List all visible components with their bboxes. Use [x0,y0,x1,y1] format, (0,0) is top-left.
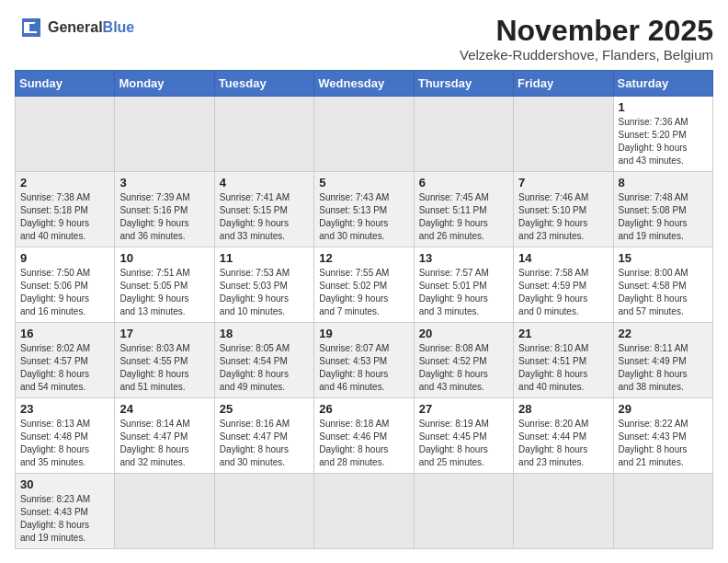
calendar-day-cell: 7Sunrise: 7:46 AM Sunset: 5:10 PM Daylig… [514,172,613,247]
calendar-day-cell: 25Sunrise: 8:16 AM Sunset: 4:47 PM Dayli… [214,398,313,474]
day-info: Sunrise: 7:48 AM Sunset: 5:08 PM Dayligh… [619,191,708,243]
day-number: 6 [419,176,508,190]
calendar-week-row: 1Sunrise: 7:36 AM Sunset: 5:20 PM Daylig… [16,97,713,172]
calendar-day-cell [16,97,115,172]
calendar-day-cell: 30Sunrise: 8:23 AM Sunset: 4:43 PM Dayli… [16,474,115,549]
day-number: 17 [119,327,209,340]
day-number: 19 [319,327,408,340]
logo-text: GeneralBlue [48,18,134,36]
calendar-day-cell [314,474,414,549]
day-info: Sunrise: 7:53 AM Sunset: 5:03 PM Dayligh… [220,267,309,318]
day-info: Sunrise: 8:03 AM Sunset: 4:55 PM Dayligh… [119,342,209,394]
calendar-day-cell: 14Sunrise: 7:58 AM Sunset: 4:59 PM Dayli… [514,247,613,323]
calendar-day-cell: 5Sunrise: 7:43 AM Sunset: 5:13 PM Daylig… [314,172,414,247]
day-number: 14 [518,251,608,265]
day-number: 9 [20,251,109,265]
calendar-week-row: 9Sunrise: 7:50 AM Sunset: 5:06 PM Daylig… [16,247,713,323]
day-number: 23 [20,402,109,416]
calendar-day-cell: 26Sunrise: 8:18 AM Sunset: 4:46 PM Dayli… [314,398,414,474]
logo: GeneralBlue [15,15,134,40]
calendar-day-cell: 11Sunrise: 7:53 AM Sunset: 5:03 PM Dayli… [214,247,313,323]
day-number: 20 [419,327,508,340]
day-info: Sunrise: 7:55 AM Sunset: 5:02 PM Dayligh… [319,267,408,318]
calendar-day-cell [613,474,712,549]
day-number: 13 [419,251,508,265]
calendar-table: SundayMondayTuesdayWednesdayThursdayFrid… [15,70,713,549]
day-number: 4 [220,176,309,190]
day-info: Sunrise: 7:38 AM Sunset: 5:18 PM Dayligh… [20,191,109,243]
day-info: Sunrise: 8:22 AM Sunset: 4:43 PM Dayligh… [619,418,708,469]
day-info: Sunrise: 7:39 AM Sunset: 5:16 PM Dayligh… [119,191,209,243]
weekday-header-tuesday: Tuesday [214,71,313,97]
day-number: 2 [20,176,109,190]
day-number: 21 [518,327,608,340]
calendar-day-cell: 4Sunrise: 7:41 AM Sunset: 5:15 PM Daylig… [214,172,313,247]
calendar-day-cell [314,97,414,172]
day-info: Sunrise: 7:41 AM Sunset: 5:15 PM Dayligh… [220,191,309,243]
calendar-day-cell: 18Sunrise: 8:05 AM Sunset: 4:54 PM Dayli… [214,323,313,398]
day-info: Sunrise: 8:10 AM Sunset: 4:51 PM Dayligh… [518,342,608,394]
day-number: 5 [319,176,408,190]
day-number: 25 [220,402,309,416]
day-number: 29 [619,402,708,416]
calendar-day-cell: 20Sunrise: 8:08 AM Sunset: 4:52 PM Dayli… [414,323,513,398]
weekday-header-friday: Friday [514,71,613,97]
calendar-day-cell: 12Sunrise: 7:55 AM Sunset: 5:02 PM Dayli… [314,247,414,323]
day-info: Sunrise: 7:36 AM Sunset: 5:20 PM Dayligh… [619,116,708,167]
calendar-day-cell: 9Sunrise: 7:50 AM Sunset: 5:06 PM Daylig… [16,247,115,323]
day-info: Sunrise: 8:07 AM Sunset: 4:53 PM Dayligh… [319,342,408,394]
day-info: Sunrise: 7:46 AM Sunset: 5:10 PM Dayligh… [518,191,608,243]
calendar-day-cell: 13Sunrise: 7:57 AM Sunset: 5:01 PM Dayli… [414,247,513,323]
day-info: Sunrise: 7:57 AM Sunset: 5:01 PM Dayligh… [419,267,508,318]
day-info: Sunrise: 8:13 AM Sunset: 4:48 PM Dayligh… [20,418,109,469]
day-info: Sunrise: 7:43 AM Sunset: 5:13 PM Dayligh… [319,191,408,243]
location-subtitle: Velzeke-Ruddershove, Flanders, Belgium [460,47,713,63]
weekday-header-monday: Monday [115,71,214,97]
calendar-day-cell [115,474,214,549]
calendar-week-row: 16Sunrise: 8:02 AM Sunset: 4:57 PM Dayli… [16,323,713,398]
day-info: Sunrise: 8:23 AM Sunset: 4:43 PM Dayligh… [20,493,109,545]
calendar-week-row: 30Sunrise: 8:23 AM Sunset: 4:43 PM Dayli… [16,474,713,549]
day-number: 1 [619,100,708,114]
calendar-day-cell: 22Sunrise: 8:11 AM Sunset: 4:49 PM Dayli… [613,323,712,398]
day-number: 7 [518,176,608,190]
day-info: Sunrise: 8:16 AM Sunset: 4:47 PM Dayligh… [220,418,309,469]
day-number: 18 [220,327,309,340]
calendar-day-cell: 23Sunrise: 8:13 AM Sunset: 4:48 PM Dayli… [16,398,115,474]
calendar-week-row: 2Sunrise: 7:38 AM Sunset: 5:18 PM Daylig… [16,172,713,247]
day-info: Sunrise: 8:00 AM Sunset: 4:58 PM Dayligh… [619,267,708,318]
day-number: 28 [518,402,608,416]
day-info: Sunrise: 8:05 AM Sunset: 4:54 PM Dayligh… [220,342,309,394]
calendar-day-cell [214,474,313,549]
day-number: 24 [119,402,209,416]
day-info: Sunrise: 7:50 AM Sunset: 5:06 PM Dayligh… [20,267,109,318]
calendar-day-cell: 29Sunrise: 8:22 AM Sunset: 4:43 PM Dayli… [613,398,712,474]
calendar-day-cell: 21Sunrise: 8:10 AM Sunset: 4:51 PM Dayli… [514,323,613,398]
calendar-day-cell [214,97,313,172]
calendar-day-cell: 24Sunrise: 8:14 AM Sunset: 4:47 PM Dayli… [115,398,214,474]
day-number: 27 [419,402,508,416]
day-number: 26 [319,402,408,416]
day-info: Sunrise: 8:11 AM Sunset: 4:49 PM Dayligh… [619,342,708,394]
month-title: November 2025 [460,15,713,47]
weekday-header-thursday: Thursday [414,71,513,97]
day-number: 11 [220,251,309,265]
day-info: Sunrise: 8:08 AM Sunset: 4:52 PM Dayligh… [419,342,508,394]
day-number: 30 [20,477,109,491]
calendar-day-cell [514,97,613,172]
day-info: Sunrise: 8:18 AM Sunset: 4:46 PM Dayligh… [319,418,408,469]
weekday-header-wednesday: Wednesday [314,71,414,97]
day-info: Sunrise: 8:14 AM Sunset: 4:47 PM Dayligh… [119,418,209,469]
calendar-day-cell: 17Sunrise: 8:03 AM Sunset: 4:55 PM Dayli… [115,323,214,398]
calendar-day-cell: 3Sunrise: 7:39 AM Sunset: 5:16 PM Daylig… [115,172,214,247]
calendar-day-cell: 19Sunrise: 8:07 AM Sunset: 4:53 PM Dayli… [314,323,414,398]
calendar-day-cell: 16Sunrise: 8:02 AM Sunset: 4:57 PM Dayli… [16,323,115,398]
calendar-day-cell: 28Sunrise: 8:20 AM Sunset: 4:44 PM Dayli… [514,398,613,474]
weekday-header-row: SundayMondayTuesdayWednesdayThursdayFrid… [16,71,713,97]
calendar-day-cell: 2Sunrise: 7:38 AM Sunset: 5:18 PM Daylig… [16,172,115,247]
day-info: Sunrise: 7:45 AM Sunset: 5:11 PM Dayligh… [419,191,508,243]
calendar-day-cell: 27Sunrise: 8:19 AM Sunset: 4:45 PM Dayli… [414,398,513,474]
title-block: November 2025 Velzeke-Ruddershove, Fland… [460,15,713,63]
day-number: 3 [119,176,209,190]
calendar-day-cell: 8Sunrise: 7:48 AM Sunset: 5:08 PM Daylig… [613,172,712,247]
